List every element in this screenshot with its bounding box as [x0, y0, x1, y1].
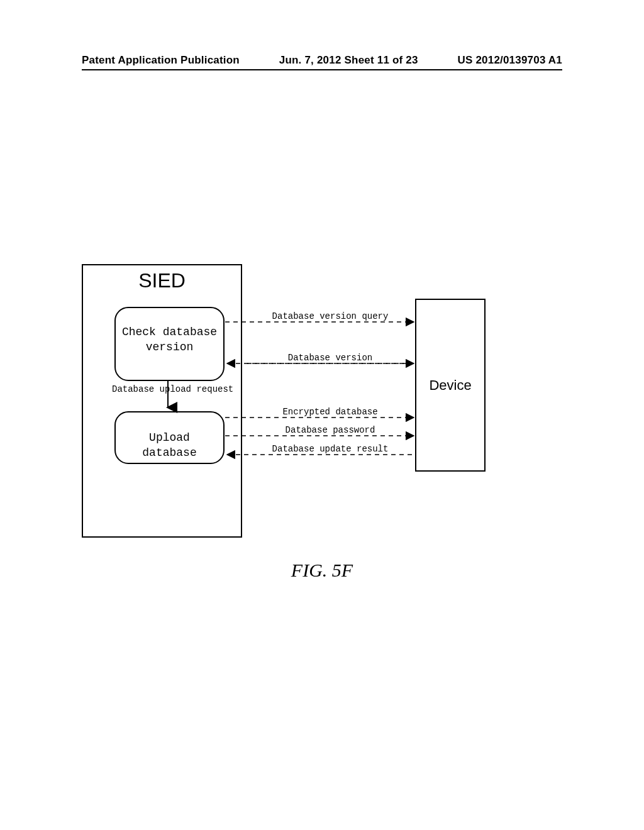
page-header: Patent Application Publication Jun. 7, 2…	[82, 54, 562, 67]
device-label: Device	[429, 377, 471, 394]
msg-db-version: Database version	[252, 353, 409, 363]
figure-label: FIG. 5F	[0, 560, 644, 581]
header-right: US 2012/0139703 A1	[457, 54, 562, 67]
msg-encrypted-db: Encrypted database	[252, 407, 409, 417]
page: Patent Application Publication Jun. 7, 2…	[0, 0, 644, 830]
msg-db-password: Database password	[252, 425, 409, 435]
sequence-diagram: SIED Check database version Database upl…	[82, 264, 487, 541]
msg-db-version-query: Database version query	[252, 311, 409, 321]
header-left: Patent Application Publication	[82, 54, 240, 67]
header-rule	[82, 69, 562, 70]
transition-upload-request-label: Database upload request	[112, 384, 228, 394]
device-box: Device	[415, 299, 486, 472]
sied-container: SIED Check database version Database upl…	[82, 264, 242, 538]
header-center: Jun. 7, 2012 Sheet 11 of 23	[279, 54, 418, 67]
sied-title: SIED	[83, 269, 241, 292]
state-upload-database: Upload database	[114, 411, 225, 464]
state-check-database-version: Check database version	[114, 307, 225, 381]
msg-db-update-result: Database update result	[252, 444, 409, 454]
